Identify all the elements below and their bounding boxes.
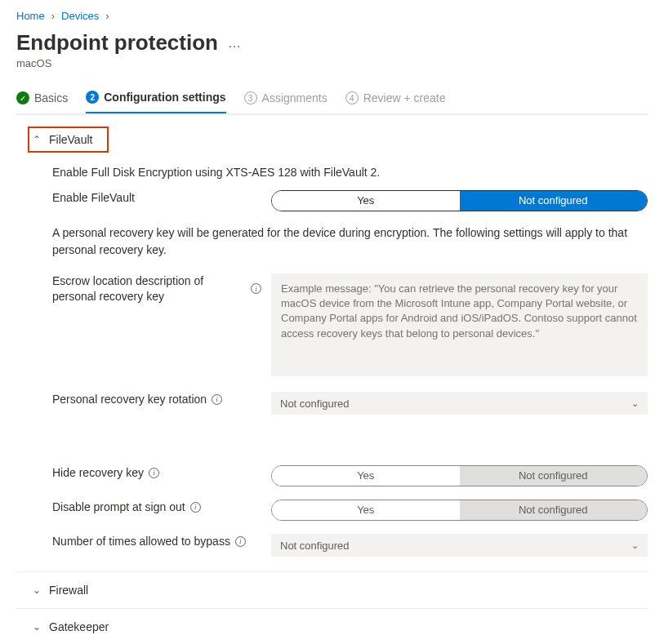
chevron-down-icon: ⌄	[631, 540, 639, 551]
rotation-label: Personal recovery key rotation	[52, 392, 207, 407]
bypass-value: Not configured	[280, 540, 350, 552]
escrow-location-label: Escrow location description of personal …	[52, 273, 246, 304]
enable-filevault-yes[interactable]: Yes	[272, 191, 460, 211]
breadcrumb-sep: ›	[105, 10, 109, 22]
tab-review-create[interactable]: 4 Review + create	[345, 91, 446, 113]
section-title-gatekeeper: Gatekeeper	[49, 620, 109, 633]
disable-prompt-not-configured[interactable]: Not configured	[460, 500, 648, 520]
tab-configuration-settings[interactable]: 2 Configuration settings	[86, 91, 225, 113]
recovery-key-note: A personal recovery key will be generate…	[52, 224, 648, 259]
hide-key-not-configured[interactable]: Not configured	[460, 466, 648, 486]
hide-key-yes[interactable]: Yes	[272, 466, 460, 486]
chevron-down-icon: ⌄	[33, 621, 41, 633]
tab-basics-label: Basics	[34, 91, 68, 104]
escrow-location-input[interactable]	[271, 273, 648, 376]
tab-assign-label: Assignments	[262, 91, 328, 104]
tab-basics[interactable]: ✓ Basics	[16, 91, 68, 113]
wizard-tabs: ✓ Basics 2 Configuration settings 3 Assi…	[16, 91, 648, 114]
chevron-up-icon: ⌃	[33, 134, 41, 145]
rotation-select[interactable]: Not configured ⌄	[271, 392, 648, 415]
disable-prompt-yes[interactable]: Yes	[272, 500, 460, 520]
filevault-intro: Enable Full Disk Encryption using XTS-AE…	[52, 166, 648, 179]
info-icon[interactable]: i	[235, 536, 246, 547]
bypass-label: Number of times allowed to bypass	[52, 534, 230, 549]
step-2-icon: 2	[86, 91, 99, 104]
breadcrumb-sep: ›	[51, 10, 55, 22]
disable-prompt-label: Disable prompt at sign out	[52, 500, 185, 515]
tab-config-label: Configuration settings	[104, 91, 225, 104]
check-icon: ✓	[16, 91, 29, 104]
section-title-filevault: FileVault	[49, 133, 92, 146]
enable-filevault-toggle[interactable]: Yes Not configured	[271, 190, 648, 211]
enable-filevault-not-configured[interactable]: Not configured	[460, 191, 648, 211]
page-title: Endpoint protection	[16, 30, 218, 56]
section-header-firewall[interactable]: ⌄ Firewall	[33, 584, 648, 597]
disable-prompt-toggle[interactable]: Yes Not configured	[271, 500, 648, 521]
step-4-icon: 4	[345, 91, 359, 104]
step-3-icon: 3	[244, 91, 257, 104]
hide-key-toggle[interactable]: Yes Not configured	[271, 465, 648, 486]
tab-assignments[interactable]: 3 Assignments	[244, 91, 328, 113]
enable-filevault-label: Enable FileVault	[52, 190, 271, 206]
info-icon[interactable]: i	[212, 394, 222, 405]
page-subtitle: macOS	[16, 57, 648, 69]
section-header-gatekeeper[interactable]: ⌄ Gatekeeper	[33, 620, 648, 633]
breadcrumb: Home › Devices ›	[16, 7, 648, 30]
info-icon[interactable]: i	[190, 502, 201, 513]
more-actions[interactable]: …	[228, 36, 242, 51]
section-header-filevault[interactable]: ⌃ FileVault	[28, 127, 109, 153]
breadcrumb-devices[interactable]: Devices	[61, 10, 99, 22]
chevron-down-icon: ⌄	[33, 584, 41, 596]
rotation-value: Not configured	[280, 398, 350, 410]
info-icon[interactable]: i	[149, 468, 159, 478]
tab-review-label: Review + create	[363, 91, 446, 104]
hide-key-label: Hide recovery key	[52, 465, 144, 481]
breadcrumb-home[interactable]: Home	[16, 10, 45, 22]
chevron-down-icon: ⌄	[631, 398, 639, 409]
bypass-select[interactable]: Not configured ⌄	[271, 534, 648, 557]
section-title-firewall: Firewall	[49, 584, 88, 597]
info-icon[interactable]: i	[251, 283, 261, 294]
